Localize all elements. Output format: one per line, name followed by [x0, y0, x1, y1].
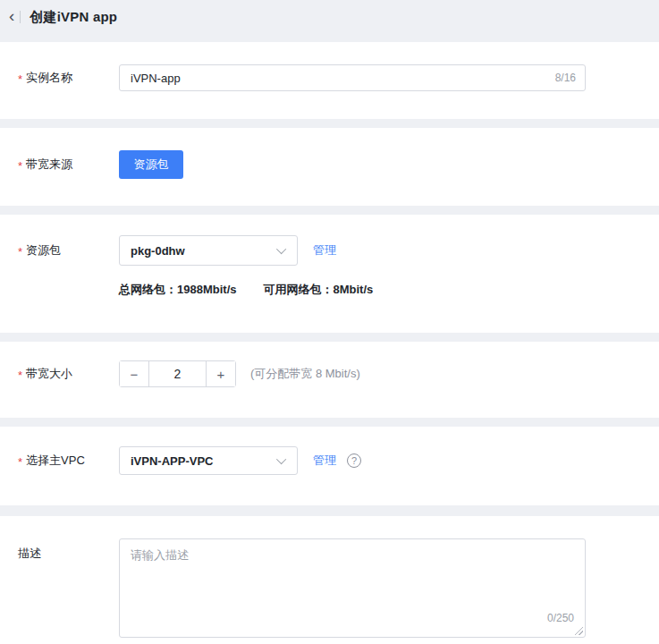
description-textarea[interactable]: [120, 539, 585, 637]
help-icon[interactable]: ?: [347, 453, 361, 468]
bandwidth-source-label: * 带宽来源: [18, 157, 119, 173]
primary-vpc-selected-value: iVPN-APP-VPC: [131, 454, 213, 468]
primary-vpc-manage-link[interactable]: 管理: [313, 453, 336, 469]
available-network-package: 可用网络包：8Mbit/s: [263, 282, 373, 298]
stepper-decrease-button[interactable]: −: [120, 361, 148, 386]
required-mark: *: [18, 456, 22, 468]
description-field: 0/250: [119, 538, 586, 638]
required-mark: *: [18, 73, 22, 85]
resource-package-select[interactable]: pkg-0dhw: [119, 235, 298, 266]
section-bandwidth-source: * 带宽来源 资源包: [0, 128, 659, 206]
instance-name-input[interactable]: [120, 65, 555, 90]
section-description: 描述 0/250: [0, 516, 659, 644]
section-resource-package: * 资源包 pkg-0dhw 管理 总网络包：1988Mbit/s 可用网络包：…: [0, 215, 659, 333]
section-primary-vpc: * 选择主VPC iVPN-APP-VPC 管理 ?: [0, 427, 659, 505]
create-ivpn-app-page: ‹ 创建iVPN app * 实例名称 8/16 * 带宽来源 资源包: [0, 0, 659, 644]
resource-package-manage-link[interactable]: 管理: [313, 242, 336, 258]
description-counter: 0/250: [547, 612, 574, 624]
stepper-increase-button[interactable]: +: [207, 361, 235, 386]
chevron-down-icon: [276, 244, 286, 254]
page-header: ‹ 创建iVPN app: [0, 0, 659, 42]
page-title: 创建iVPN app: [30, 9, 117, 26]
resource-package-stats: 总网络包：1988Mbit/s 可用网络包：8Mbit/s: [119, 282, 659, 298]
bandwidth-size-label: * 带宽大小: [18, 366, 119, 382]
chevron-down-icon: [276, 454, 286, 464]
instance-name-counter: 8/16: [555, 72, 585, 84]
section-instance-name: * 实例名称 8/16: [0, 42, 659, 119]
resource-package-option-button[interactable]: 资源包: [119, 150, 183, 179]
instance-name-field: 8/16: [119, 64, 586, 91]
primary-vpc-label: * 选择主VPC: [18, 453, 119, 469]
resource-package-label: * 资源包: [18, 242, 119, 258]
allocatable-bandwidth-hint: (可分配带宽 8 Mbit/s): [250, 366, 360, 382]
back-icon[interactable]: ‹: [7, 8, 20, 26]
section-bandwidth-size: * 带宽大小 − 2 + (可分配带宽 8 Mbit/s): [0, 342, 659, 418]
instance-name-label: * 实例名称: [18, 70, 119, 86]
required-mark: *: [18, 246, 22, 258]
resource-package-selected-value: pkg-0dhw: [131, 244, 185, 258]
total-network-package: 总网络包：1988Mbit/s: [119, 282, 236, 298]
required-mark: *: [18, 160, 22, 172]
required-mark: *: [18, 369, 22, 381]
bandwidth-size-stepper: − 2 +: [119, 360, 236, 387]
primary-vpc-select[interactable]: iVPN-APP-VPC: [119, 446, 298, 475]
bandwidth-size-value[interactable]: 2: [148, 361, 207, 386]
header-divider: [20, 11, 21, 23]
description-label: 描述: [18, 538, 119, 562]
resize-handle[interactable]: [575, 627, 583, 635]
